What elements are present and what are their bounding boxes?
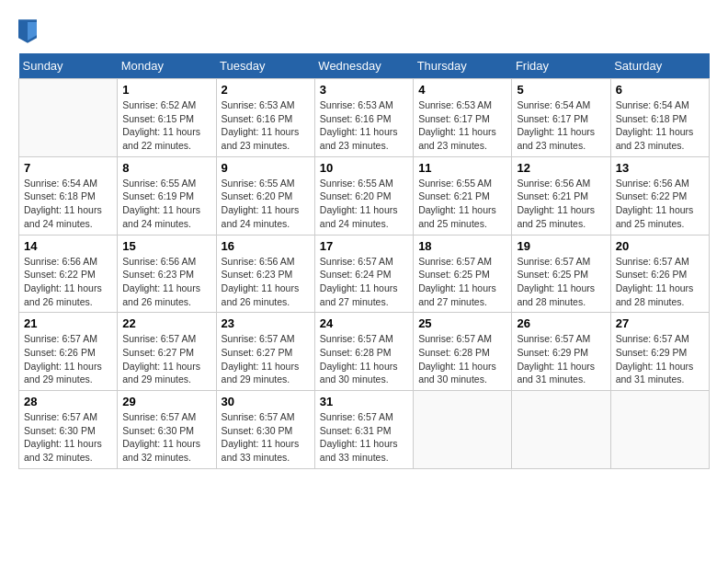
calendar-cell: 30Sunrise: 6:57 AM Sunset: 6:30 PM Dayli…: [216, 391, 314, 469]
col-header-saturday: Saturday: [610, 53, 709, 79]
day-number: 3: [320, 83, 408, 97]
day-number: 26: [517, 316, 605, 330]
calendar-cell: 13Sunrise: 6:56 AM Sunset: 6:22 PM Dayli…: [610, 156, 709, 235]
calendar-cell: 27Sunrise: 6:57 AM Sunset: 6:29 PM Dayli…: [610, 313, 709, 391]
day-number: 28: [24, 395, 112, 408]
day-info: Sunrise: 6:56 AM Sunset: 6:23 PM Dayligh…: [222, 255, 310, 309]
logo-icon: [18, 18, 37, 44]
day-number: 2: [222, 83, 310, 97]
calendar-cell: 29Sunrise: 6:57 AM Sunset: 6:30 PM Dayli…: [118, 391, 216, 469]
calendar-cell: 11Sunrise: 6:55 AM Sunset: 6:21 PM Dayli…: [414, 156, 512, 235]
col-header-thursday: Thursday: [414, 53, 512, 79]
col-header-sunday: Sunday: [19, 53, 118, 79]
day-number: 25: [418, 316, 506, 330]
day-info: Sunrise: 6:53 AM Sunset: 6:16 PM Dayligh…: [222, 98, 310, 153]
day-number: 18: [418, 239, 506, 253]
day-info: Sunrise: 6:57 AM Sunset: 6:31 PM Dayligh…: [320, 410, 408, 465]
day-number: 11: [418, 161, 506, 175]
calendar-cell: 5Sunrise: 6:54 AM Sunset: 6:17 PM Daylig…: [512, 79, 610, 157]
calendar-cell: 22Sunrise: 6:57 AM Sunset: 6:27 PM Dayli…: [118, 313, 216, 391]
calendar-cell: [414, 391, 512, 469]
day-number: 17: [320, 239, 408, 253]
day-number: 29: [122, 395, 210, 408]
day-info: Sunrise: 6:55 AM Sunset: 6:21 PM Dayligh…: [418, 177, 506, 231]
day-info: Sunrise: 6:57 AM Sunset: 6:28 PM Dayligh…: [320, 332, 408, 386]
day-info: Sunrise: 6:57 AM Sunset: 6:30 PM Dayligh…: [122, 410, 210, 465]
day-number: 6: [616, 83, 704, 97]
col-header-friday: Friday: [512, 53, 610, 79]
page-header: [18, 18, 710, 44]
day-info: Sunrise: 6:54 AM Sunset: 6:18 PM Dayligh…: [24, 177, 112, 231]
day-info: Sunrise: 6:56 AM Sunset: 6:23 PM Dayligh…: [122, 255, 210, 309]
day-info: Sunrise: 6:56 AM Sunset: 6:22 PM Dayligh…: [616, 177, 704, 231]
day-number: 19: [517, 239, 605, 253]
calendar-week-row: 14Sunrise: 6:56 AM Sunset: 6:22 PM Dayli…: [19, 235, 710, 313]
calendar-cell: 26Sunrise: 6:57 AM Sunset: 6:29 PM Dayli…: [512, 313, 610, 391]
calendar-cell: 15Sunrise: 6:56 AM Sunset: 6:23 PM Dayli…: [118, 235, 216, 313]
calendar-cell: 31Sunrise: 6:57 AM Sunset: 6:31 PM Dayli…: [314, 391, 413, 469]
day-number: 31: [320, 395, 408, 408]
calendar-cell: 18Sunrise: 6:57 AM Sunset: 6:25 PM Dayli…: [414, 235, 512, 313]
calendar-cell: 21Sunrise: 6:57 AM Sunset: 6:26 PM Dayli…: [19, 313, 118, 391]
day-info: Sunrise: 6:54 AM Sunset: 6:18 PM Dayligh…: [616, 98, 704, 153]
calendar-cell: 20Sunrise: 6:57 AM Sunset: 6:26 PM Dayli…: [610, 235, 709, 313]
day-info: Sunrise: 6:57 AM Sunset: 6:30 PM Dayligh…: [24, 410, 112, 465]
calendar-week-row: 28Sunrise: 6:57 AM Sunset: 6:30 PM Dayli…: [19, 391, 710, 469]
calendar-cell: [19, 79, 118, 157]
day-number: 5: [517, 83, 605, 97]
day-info: Sunrise: 6:54 AM Sunset: 6:17 PM Dayligh…: [517, 98, 605, 153]
day-info: Sunrise: 6:57 AM Sunset: 6:29 PM Dayligh…: [616, 332, 704, 386]
calendar-cell: 1Sunrise: 6:52 AM Sunset: 6:15 PM Daylig…: [118, 79, 216, 157]
calendar-cell: 16Sunrise: 6:56 AM Sunset: 6:23 PM Dayli…: [216, 235, 314, 313]
day-info: Sunrise: 6:57 AM Sunset: 6:26 PM Dayligh…: [24, 332, 112, 386]
day-info: Sunrise: 6:55 AM Sunset: 6:20 PM Dayligh…: [320, 177, 408, 231]
calendar-cell: 14Sunrise: 6:56 AM Sunset: 6:22 PM Dayli…: [19, 235, 118, 313]
logo: [18, 18, 40, 44]
calendar-cell: 25Sunrise: 6:57 AM Sunset: 6:28 PM Dayli…: [414, 313, 512, 391]
calendar-cell: 3Sunrise: 6:53 AM Sunset: 6:16 PM Daylig…: [314, 79, 413, 157]
calendar-cell: 6Sunrise: 6:54 AM Sunset: 6:18 PM Daylig…: [610, 79, 709, 157]
calendar-cell: 23Sunrise: 6:57 AM Sunset: 6:27 PM Dayli…: [216, 313, 314, 391]
day-info: Sunrise: 6:57 AM Sunset: 6:30 PM Dayligh…: [222, 410, 310, 465]
calendar-cell: 2Sunrise: 6:53 AM Sunset: 6:16 PM Daylig…: [216, 79, 314, 157]
day-info: Sunrise: 6:57 AM Sunset: 6:29 PM Dayligh…: [517, 332, 605, 386]
day-number: 13: [616, 161, 704, 175]
calendar-cell: [512, 391, 610, 469]
day-number: 1: [122, 83, 210, 97]
calendar-cell: 9Sunrise: 6:55 AM Sunset: 6:20 PM Daylig…: [216, 156, 314, 235]
col-header-wednesday: Wednesday: [314, 53, 413, 79]
day-number: 15: [122, 239, 210, 253]
day-number: 16: [222, 239, 310, 253]
day-info: Sunrise: 6:55 AM Sunset: 6:20 PM Dayligh…: [222, 177, 310, 231]
calendar-cell: 19Sunrise: 6:57 AM Sunset: 6:25 PM Dayli…: [512, 235, 610, 313]
calendar-header-row: SundayMondayTuesdayWednesdayThursdayFrid…: [19, 53, 710, 79]
day-number: 7: [24, 161, 112, 175]
day-info: Sunrise: 6:57 AM Sunset: 6:25 PM Dayligh…: [418, 255, 506, 309]
day-number: 4: [418, 83, 506, 97]
calendar-cell: 10Sunrise: 6:55 AM Sunset: 6:20 PM Dayli…: [314, 156, 413, 235]
day-info: Sunrise: 6:57 AM Sunset: 6:25 PM Dayligh…: [517, 255, 605, 309]
day-info: Sunrise: 6:56 AM Sunset: 6:21 PM Dayligh…: [517, 177, 605, 231]
col-header-monday: Monday: [118, 53, 216, 79]
calendar-cell: 28Sunrise: 6:57 AM Sunset: 6:30 PM Dayli…: [19, 391, 118, 469]
day-number: 8: [122, 161, 210, 175]
calendar-week-row: 1Sunrise: 6:52 AM Sunset: 6:15 PM Daylig…: [19, 79, 710, 157]
day-number: 23: [222, 316, 310, 330]
day-number: 22: [122, 316, 210, 330]
col-header-tuesday: Tuesday: [216, 53, 314, 79]
calendar-cell: 4Sunrise: 6:53 AM Sunset: 6:17 PM Daylig…: [414, 79, 512, 157]
day-number: 12: [517, 161, 605, 175]
day-info: Sunrise: 6:56 AM Sunset: 6:22 PM Dayligh…: [24, 255, 112, 309]
calendar-cell: 7Sunrise: 6:54 AM Sunset: 6:18 PM Daylig…: [19, 156, 118, 235]
day-info: Sunrise: 6:57 AM Sunset: 6:27 PM Dayligh…: [222, 332, 310, 386]
day-number: 10: [320, 161, 408, 175]
day-number: 9: [222, 161, 310, 175]
calendar-week-row: 21Sunrise: 6:57 AM Sunset: 6:26 PM Dayli…: [19, 313, 710, 391]
day-number: 24: [320, 316, 408, 330]
day-info: Sunrise: 6:57 AM Sunset: 6:26 PM Dayligh…: [616, 255, 704, 309]
day-info: Sunrise: 6:57 AM Sunset: 6:28 PM Dayligh…: [418, 332, 506, 386]
calendar-cell: 17Sunrise: 6:57 AM Sunset: 6:24 PM Dayli…: [314, 235, 413, 313]
day-info: Sunrise: 6:52 AM Sunset: 6:15 PM Dayligh…: [122, 98, 210, 153]
day-number: 21: [24, 316, 112, 330]
day-number: 14: [24, 239, 112, 253]
